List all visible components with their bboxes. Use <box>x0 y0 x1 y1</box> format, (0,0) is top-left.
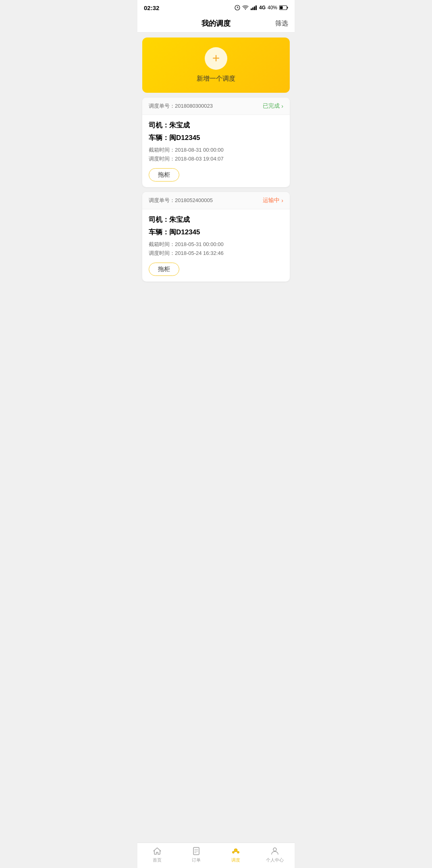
nav-bar: 我的调度 筛选 <box>137 15 295 33</box>
dispatch-card-1[interactable]: 调度单号：2018080300023 已完成 › 司机：朱宝成 车辆：闽D123… <box>142 98 290 187</box>
driver-2: 司机：朱宝成 <box>149 215 283 224</box>
status-bar: 02:32 4G 40% <box>137 0 295 15</box>
driver-1: 司机：朱宝成 <box>149 121 283 130</box>
dispatch-time-2: 调度时间：2018-05-24 16:32:46 <box>149 250 283 257</box>
vehicle-2: 车辆：闽D12345 <box>149 227 283 237</box>
svg-rect-8 <box>280 6 283 9</box>
status-time: 02:32 <box>144 4 159 11</box>
svg-rect-4 <box>252 8 253 10</box>
tag-row-2: 拖柜 <box>149 263 283 276</box>
signal-icon <box>251 5 257 10</box>
status-icons: 4G 40% <box>235 5 288 10</box>
card-header-2: 调度单号：2018052400005 运输中 › <box>142 192 290 209</box>
tag-2: 拖柜 <box>149 263 179 276</box>
cutoff-time-2: 截箱时间：2018-05-31 00:00:00 <box>149 241 283 248</box>
status-2[interactable]: 运输中 › <box>263 197 283 204</box>
chevron-icon-2: › <box>281 197 283 204</box>
add-dispatch-label: 新增一个调度 <box>197 75 235 83</box>
add-dispatch-card[interactable]: + 新增一个调度 <box>142 38 290 93</box>
vehicle-1: 车辆：闽D12345 <box>149 133 283 142</box>
network-type: 4G <box>259 5 266 10</box>
add-circle: + <box>205 47 227 70</box>
card-body-2: 司机：朱宝成 车辆：闽D12345 截箱时间：2018-05-31 00:00:… <box>142 209 290 282</box>
dispatch-time-1: 调度时间：2018-08-03 19:04:07 <box>149 155 283 163</box>
battery-icon <box>279 5 288 10</box>
order-no-2: 调度单号：2018052400005 <box>149 197 213 204</box>
plus-icon: + <box>212 52 220 65</box>
svg-rect-5 <box>254 6 255 10</box>
card-body-1: 司机：朱宝成 车辆：闽D12345 截箱时间：2018-08-31 00:00:… <box>142 115 290 187</box>
cutoff-time-1: 截箱时间：2018-08-31 00:00:00 <box>149 146 283 154</box>
battery-percent: 40% <box>268 5 277 10</box>
filter-button[interactable]: 筛选 <box>272 19 288 28</box>
main-content: + 新增一个调度 调度单号：2018080300023 已完成 › 司机：朱宝成… <box>137 33 295 323</box>
wifi-icon <box>242 5 249 10</box>
svg-rect-9 <box>287 7 288 8</box>
tag-1: 拖柜 <box>149 168 179 182</box>
svg-rect-6 <box>255 6 257 10</box>
svg-rect-3 <box>251 8 252 10</box>
page-title: 我的调度 <box>160 19 272 28</box>
order-no-1: 调度单号：2018080300023 <box>149 102 213 110</box>
card-header-1: 调度单号：2018080300023 已完成 › <box>142 98 290 115</box>
clock-icon <box>235 5 240 10</box>
chevron-icon-1: › <box>281 103 283 109</box>
tag-row-1: 拖柜 <box>149 168 283 182</box>
status-1[interactable]: 已完成 › <box>263 102 283 110</box>
dispatch-card-2[interactable]: 调度单号：2018052400005 运输中 › 司机：朱宝成 车辆：闽D123… <box>142 192 290 282</box>
